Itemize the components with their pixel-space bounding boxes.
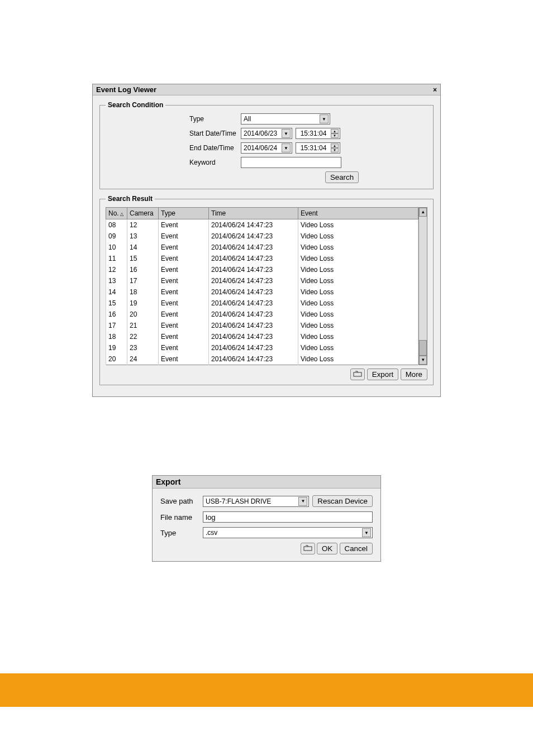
- cell-type: Event: [159, 242, 209, 253]
- save-path-label: Save path: [160, 497, 199, 505]
- type-label: Type: [189, 115, 241, 123]
- cell-camera: 18: [127, 286, 159, 298]
- cancel-button[interactable]: Cancel: [340, 543, 373, 554]
- cell-type: Event: [159, 264, 209, 275]
- table-row[interactable]: 1822Event2014/06/24 14:47:23Video Loss: [106, 331, 418, 342]
- table-row[interactable]: 1519Event2014/06/24 14:47:23Video Loss: [106, 298, 418, 309]
- ok-button[interactable]: OK: [317, 543, 337, 554]
- cell-type: Event: [159, 286, 209, 298]
- keyword-input[interactable]: [241, 157, 341, 168]
- cell-event: Video Loss: [298, 286, 418, 298]
- header-event[interactable]: Event: [298, 208, 418, 219]
- start-time-spinner[interactable]: 15:31:04 ▲ ▼: [296, 128, 340, 139]
- cell-event: Video Loss: [298, 242, 418, 253]
- start-date-dropdown[interactable]: 2014/06/23 ▼: [241, 128, 292, 139]
- cell-event: Video Loss: [298, 320, 418, 331]
- export-button[interactable]: Export: [367, 369, 399, 380]
- table-row[interactable]: 1014Event2014/06/24 14:47:23Video Loss: [106, 242, 418, 253]
- export-type-label: Type: [160, 529, 199, 537]
- cell-event: Video Loss: [298, 219, 418, 231]
- save-path-dropdown[interactable]: USB-7:FLASH DRIVE ▼: [203, 496, 309, 507]
- table-row[interactable]: 1418Event2014/06/24 14:47:23Video Loss: [106, 286, 418, 298]
- filename-input[interactable]: [203, 511, 373, 523]
- cell-type: Event: [159, 253, 209, 264]
- cell-camera: 16: [127, 264, 159, 275]
- spin-up-icon[interactable]: ▲: [331, 143, 339, 148]
- type-value: All: [244, 115, 317, 123]
- table-row[interactable]: 2024Event2014/06/24 14:47:23Video Loss: [106, 353, 418, 365]
- cell-camera: 21: [127, 320, 159, 331]
- cell-no: 18: [106, 331, 127, 342]
- cell-type: Event: [159, 309, 209, 320]
- cell-camera: 22: [127, 331, 159, 342]
- cell-event: Video Loss: [298, 331, 418, 342]
- cell-camera: 19: [127, 298, 159, 309]
- cell-camera: 17: [127, 275, 159, 286]
- chevron-down-icon: ▼: [298, 497, 307, 506]
- table-header-row: No.△ Camera Type Time Event: [106, 208, 418, 219]
- sort-asc-icon: △: [120, 212, 123, 217]
- export-type-dropdown[interactable]: .csv ▼: [203, 527, 373, 538]
- table-row[interactable]: 1620Event2014/06/24 14:47:23Video Loss: [106, 309, 418, 320]
- cell-no: 15: [106, 298, 127, 309]
- table-row[interactable]: 1923Event2014/06/24 14:47:23Video Loss: [106, 342, 418, 353]
- rescan-device-button[interactable]: Rescan Device: [312, 495, 373, 507]
- scroll-down-icon[interactable]: ▼: [419, 356, 427, 365]
- type-dropdown[interactable]: All ▼: [241, 113, 330, 125]
- cell-time: 2014/06/24 14:47:23: [209, 320, 298, 331]
- cell-no: 20: [106, 353, 127, 365]
- cell-event: Video Loss: [298, 231, 418, 242]
- cell-no: 09: [106, 231, 127, 242]
- export-dialog: Export Save path USB-7:FLASH DRIVE ▼ Res…: [152, 475, 381, 562]
- cell-no: 16: [106, 309, 127, 320]
- spin-down-icon[interactable]: ▼: [331, 148, 339, 152]
- search-condition-legend: Search Condition: [106, 101, 165, 109]
- spin-down-icon[interactable]: ▼: [331, 133, 339, 138]
- scroll-thumb[interactable]: [419, 340, 427, 356]
- table-row[interactable]: 1721Event2014/06/24 14:47:23Video Loss: [106, 320, 418, 331]
- table-row[interactable]: 0913Event2014/06/24 14:47:23Video Loss: [106, 231, 418, 242]
- end-date-value: 2014/06/24: [244, 144, 279, 152]
- page-footer: [0, 673, 533, 707]
- keyboard-icon-button[interactable]: [350, 369, 365, 380]
- table-row[interactable]: 0812Event2014/06/24 14:47:23Video Loss: [106, 219, 418, 231]
- end-date-dropdown[interactable]: 2014/06/24 ▼: [241, 142, 292, 154]
- cell-event: Video Loss: [298, 264, 418, 275]
- cell-event: Video Loss: [298, 353, 418, 365]
- header-time[interactable]: Time: [209, 208, 298, 219]
- spin-up-icon[interactable]: ▲: [331, 129, 339, 133]
- cell-time: 2014/06/24 14:47:23: [209, 331, 298, 342]
- table-row[interactable]: 1216Event2014/06/24 14:47:23Video Loss: [106, 264, 418, 275]
- table-row[interactable]: 1115Event2014/06/24 14:47:23Video Loss: [106, 253, 418, 264]
- header-no[interactable]: No.△: [106, 208, 127, 219]
- svg-rect-2: [304, 547, 312, 551]
- cell-camera: 14: [127, 242, 159, 253]
- save-path-value: USB-7:FLASH DRIVE: [206, 497, 296, 505]
- end-time-spinner[interactable]: 15:31:04 ▲ ▼: [296, 142, 340, 154]
- cell-event: Video Loss: [298, 309, 418, 320]
- table-row[interactable]: 1317Event2014/06/24 14:47:23Video Loss: [106, 275, 418, 286]
- cell-event: Video Loss: [298, 253, 418, 264]
- start-date-value: 2014/06/23: [244, 130, 279, 137]
- header-camera[interactable]: Camera: [127, 208, 159, 219]
- cell-time: 2014/06/24 14:47:23: [209, 342, 298, 353]
- cell-type: Event: [159, 219, 209, 231]
- keyboard-icon-button[interactable]: [301, 543, 315, 554]
- more-button[interactable]: More: [401, 369, 427, 380]
- result-table: No.△ Camera Type Time Event 0812Event201…: [106, 207, 418, 365]
- chevron-down-icon: ▼: [282, 143, 291, 152]
- cell-type: Event: [159, 320, 209, 331]
- cell-camera: 15: [127, 253, 159, 264]
- cell-no: 08: [106, 219, 127, 231]
- header-type[interactable]: Type: [159, 208, 209, 219]
- vertical-scrollbar[interactable]: ▲ ▼: [418, 207, 427, 365]
- keyboard-icon: [353, 370, 362, 377]
- scroll-up-icon[interactable]: ▲: [419, 208, 427, 217]
- search-button[interactable]: Search: [325, 171, 359, 183]
- chevron-down-icon: ▼: [362, 528, 371, 537]
- search-result-fieldset: Search Result No.△ Camera Type Time Even…: [99, 195, 434, 385]
- start-time-value: 15:31:04: [298, 130, 329, 137]
- close-icon[interactable]: ×: [433, 86, 437, 94]
- cell-time: 2014/06/24 14:47:23: [209, 264, 298, 275]
- cell-no: 10: [106, 242, 127, 253]
